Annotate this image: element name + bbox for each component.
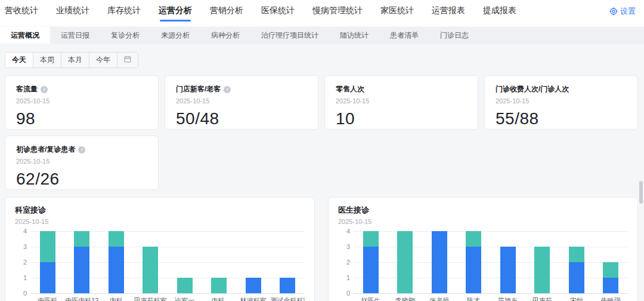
bar-诊室一[interactable] [177, 278, 193, 293]
y-axis-tick: 0 [23, 290, 27, 297]
bar-segment-复诊人次[interactable] [143, 247, 158, 293]
bar-slot [525, 231, 560, 293]
bar-segment-初诊人次[interactable] [466, 247, 481, 293]
bar-内科-[interactable] [211, 278, 227, 293]
x-axis-label: 诊室一 [168, 296, 202, 301]
bar-slot [422, 231, 457, 293]
top-nav-item-5[interactable]: 医保统计 [261, 5, 295, 22]
bars-row [354, 231, 628, 293]
sub-nav-item-4[interactable]: 病种分析 [200, 27, 250, 44]
bar-segment-复诊人次[interactable] [74, 231, 89, 247]
bar-segment-复诊人次[interactable] [40, 231, 55, 262]
info-icon[interactable]: i [78, 146, 85, 153]
filter-button-2[interactable]: 本月 [61, 53, 89, 67]
y-axis-tick: 1 [346, 274, 350, 281]
sub-nav-item-0[interactable]: 运营概况 [0, 27, 50, 44]
bar-segment-初诊人次[interactable] [432, 231, 447, 293]
bar-中医内科12[interactable] [74, 231, 89, 293]
gridline [30, 293, 305, 294]
chart-card-0: 科室接诊2025-10-1501234中医科中医内科12内科田惠茹科室诊室一内科… [5, 197, 315, 301]
bar-segment-复诊人次[interactable] [603, 262, 618, 278]
bar-田惠茹[interactable] [534, 247, 550, 293]
stat-card-value: 98 [16, 109, 147, 128]
x-axis-labels: 中医科中医内科12内科田惠茹科室诊室一内科-林波科室测试全科科室 [30, 296, 305, 301]
bar-张老师[interactable] [432, 231, 447, 293]
sub-nav-item-5[interactable]: 治疗理疗项目统计 [250, 27, 329, 44]
bar-segment-复诊人次[interactable] [534, 247, 550, 293]
sub-nav-item-2[interactable]: 复诊分析 [100, 27, 150, 44]
bar-segment-初诊人次[interactable] [280, 278, 295, 293]
bar-segment-初诊人次[interactable] [109, 247, 124, 293]
stat-card-date: 2025-10-15 [336, 97, 467, 105]
bar-测试全科科室[interactable] [280, 278, 295, 293]
x-axis-label: 牛映强 [594, 296, 628, 301]
bar-segment-复诊人次[interactable] [363, 231, 379, 247]
plot [354, 231, 628, 293]
x-axis-label: 田惠茹科室 [134, 296, 168, 301]
bar-segment-复诊人次[interactable] [211, 278, 227, 293]
bar-李晓翩[interactable] [397, 231, 413, 293]
settings-label: 设置 [620, 6, 636, 17]
stat-card-value: 55/88 [496, 109, 627, 128]
top-nav-item-8[interactable]: 运营报表 [432, 5, 465, 22]
bar-slot [559, 231, 594, 293]
filter-button-3[interactable]: 今年 [89, 53, 117, 67]
bar-中医科[interactable] [40, 231, 55, 293]
top-nav-item-1[interactable]: 业绩统计 [56, 5, 89, 22]
bar-segment-复诊人次[interactable] [397, 231, 413, 293]
bar-segment-初诊人次[interactable] [569, 262, 584, 293]
sub-nav-item-3[interactable]: 来源分析 [150, 27, 200, 44]
bar-segment-初诊人次[interactable] [74, 247, 89, 293]
y-axis-tick: 4 [346, 228, 350, 235]
sub-nav-item-6[interactable]: 随访统计 [329, 27, 379, 44]
bar-segment-初诊人次[interactable] [363, 247, 379, 293]
stat-card-title-text: 门诊收费人次/门诊人次 [496, 84, 569, 94]
bar-slot [30, 231, 65, 293]
top-nav-item-4[interactable]: 营销分析 [210, 5, 243, 22]
bar-宋灿[interactable] [569, 247, 584, 293]
top-nav-item-0[interactable]: 营收统计 [5, 5, 38, 22]
top-nav-item-9[interactable]: 提成报表 [483, 5, 516, 22]
bar-segment-复诊人次[interactable] [177, 278, 193, 293]
scrollbar-thumb[interactable] [639, 181, 643, 204]
bar-segment-复诊人次[interactable] [569, 247, 584, 262]
stat-card-3: 门诊收费人次/门诊人次2025-10-1555/88 [484, 75, 638, 130]
bar-segment-复诊人次[interactable] [109, 231, 124, 247]
bar-苗艳东[interactable] [500, 247, 516, 293]
y-axis-tick: 3 [346, 243, 350, 250]
top-nav-item-3[interactable]: 运营分析 [159, 5, 192, 22]
bar-田惠茹科室[interactable] [143, 247, 158, 293]
bar-内科[interactable] [109, 231, 124, 293]
top-nav-item-6[interactable]: 慢病管理统计 [312, 5, 363, 22]
sub-nav-item-1[interactable]: 运营日报 [50, 27, 100, 44]
stat-card-value: 62/26 [16, 170, 147, 189]
bar-陈才[interactable] [466, 231, 481, 293]
sub-nav-item-7[interactable]: 患者清单 [379, 27, 429, 44]
bar-segment-初诊人次[interactable] [603, 278, 618, 293]
bar-林波科室[interactable] [246, 278, 261, 293]
sub-nav-item-8[interactable]: 门诊日志 [429, 27, 479, 44]
bar-segment-初诊人次[interactable] [500, 247, 516, 293]
bar-赵医生[interactable] [363, 231, 379, 293]
date-picker-button[interactable] [117, 53, 138, 67]
stat-card-title: 零售人次 [336, 84, 467, 94]
filter-button-0[interactable]: 今天 [5, 53, 33, 67]
top-nav-item-2[interactable]: 库存统计 [107, 5, 141, 22]
stat-card-date: 2025-10-15 [496, 97, 627, 105]
bar-牛映强[interactable] [603, 262, 618, 293]
sub-nav: 运营概况运营日报复诊分析来源分析病种分析治疗理疗项目统计随访统计患者清单门诊日志 [0, 27, 644, 44]
filter-button-1[interactable]: 本周 [33, 53, 61, 67]
bar-segment-初诊人次[interactable] [246, 278, 261, 293]
y-axis: 01234 [338, 231, 354, 293]
stat-card-title: 初诊患者/复诊患者i [16, 145, 147, 155]
x-axis-label: 宋灿 [559, 296, 594, 301]
chart-plot-area: 01234 [15, 231, 305, 293]
x-axis-labels: 赵医生李晓翩张老师陈才苗艳东田惠茹宋灿牛映强 [354, 296, 628, 301]
settings-button[interactable]: 设置 [609, 0, 636, 17]
top-nav-item-7[interactable]: 家医统计 [380, 5, 414, 22]
bar-segment-复诊人次[interactable] [466, 231, 481, 247]
main-content: 今天本周本月今年 客流量i2025-10-1598门店新客/老客i2025-10… [0, 44, 644, 301]
bar-segment-初诊人次[interactable] [40, 262, 55, 293]
info-icon[interactable]: i [224, 86, 231, 93]
info-icon[interactable]: i [41, 86, 48, 93]
